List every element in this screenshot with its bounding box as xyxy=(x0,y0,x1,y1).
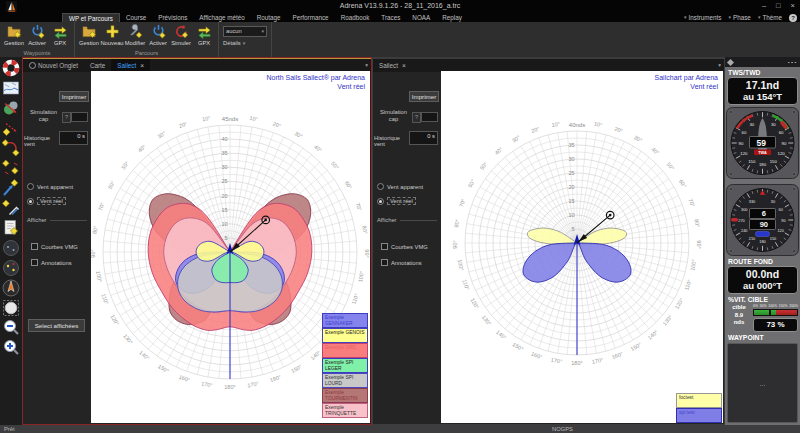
maximize-button[interactable]: □ xyxy=(776,1,781,10)
details-dropdown[interactable]: Détails ▾ xyxy=(223,40,267,46)
ribbon-group-label: Parcours xyxy=(78,50,215,57)
select-affichees-button[interactable]: Select affichées xyxy=(28,319,85,332)
close-icon[interactable]: × xyxy=(140,62,144,69)
svg-text:150°: 150° xyxy=(290,363,303,374)
menu-phase[interactable]: ▾Phase xyxy=(729,13,751,22)
menu-tab-affichage-m-t-o[interactable]: Affichage météo xyxy=(193,13,250,22)
legend-item-exemple-orc[interactable]: Exemple ORC xyxy=(322,343,368,358)
menu-tab-routage[interactable]: Routage xyxy=(251,13,287,22)
svg-text:160°: 160° xyxy=(178,374,191,384)
nouveau-button[interactable]: Nouveau xyxy=(101,23,123,46)
checkbox-courbes-vmg[interactable]: Courbes VMG xyxy=(381,243,428,250)
legend-item-exemple-spi-leger[interactable]: Exemple SPI LEGER xyxy=(322,358,368,373)
gpx-button[interactable]: GPX xyxy=(49,23,71,46)
legend-item-exemple-gennaker[interactable]: Exemple GENNAKER xyxy=(322,313,368,328)
menu-tab-performance[interactable]: Performance xyxy=(287,13,335,22)
menu-tab-wp-et-parcours[interactable]: WP et Parcours xyxy=(62,13,120,22)
historique-vent-input[interactable]: 0 s xyxy=(409,131,438,145)
sidebar-tool-lifebuoy-icon[interactable] xyxy=(2,59,20,77)
menu-tab-pr-visions[interactable]: Prévisions xyxy=(152,13,193,22)
menu-tab-noaa[interactable]: NOAA xyxy=(406,13,436,22)
radio-vent-reel[interactable]: Vent réel xyxy=(27,197,66,205)
legend-item-spi-test[interactable]: spi test xyxy=(676,408,722,423)
tws-twd-readout: 17.1nd au 154°T xyxy=(727,77,798,105)
instrument-settings-icon[interactable] xyxy=(727,58,734,65)
radio-vent-apparent[interactable]: Vent apparent xyxy=(27,183,73,190)
svg-text:35: 35 xyxy=(568,142,574,148)
modifier-button[interactable]: Modifier xyxy=(124,23,146,46)
help-button[interactable]: ? xyxy=(412,112,421,123)
gpx-button[interactable]: GPX xyxy=(193,23,215,46)
sidebar-tool-select-circle-icon[interactable] xyxy=(2,299,20,317)
sidebar-tool-wp-route-icon[interactable] xyxy=(2,119,20,137)
simuler-button[interactable]: Simuler xyxy=(170,23,192,46)
legend-item-exemple-tourmentin[interactable]: Exemple TOURMENTIN xyxy=(322,388,368,403)
close-icon[interactable]: × xyxy=(402,62,406,69)
menu-tab-replay[interactable]: Replay xyxy=(436,13,468,22)
svg-text:240: 240 xyxy=(741,228,748,233)
svg-text:130°: 130° xyxy=(122,333,134,346)
menu-th-me[interactable]: ▾Thème xyxy=(758,13,782,22)
legend-item-exemple-spi-lourd[interactable]: Exemple SPI LOURD xyxy=(322,373,368,388)
tab-overflow-icon[interactable]: ▾ xyxy=(365,62,368,68)
legend-item-exemple-genois[interactable]: Exemple GENOIS xyxy=(322,328,368,343)
ribbon-button-label: Gestion xyxy=(79,40,99,46)
chart-title-line: Sailchart par Adrena xyxy=(655,73,718,82)
simulation-cap-input[interactable] xyxy=(421,112,438,122)
imprimer-button[interactable]: Imprimer xyxy=(409,91,439,102)
transfer-icon xyxy=(53,24,68,39)
help-button[interactable]: ? xyxy=(789,14,797,22)
activer-button[interactable]: Activer xyxy=(26,23,48,46)
sidebar-tool-scan2-icon[interactable] xyxy=(2,259,20,277)
menu-tab-roadbook[interactable]: Roadbook xyxy=(335,13,376,22)
svg-text:50°: 50° xyxy=(330,160,340,170)
menu-tab-course[interactable]: Course xyxy=(120,13,152,22)
radio-vent-apparent[interactable]: Vent apparent xyxy=(377,183,423,190)
svg-text:150: 150 xyxy=(748,159,756,164)
ribbon-select[interactable]: aucun ▾ xyxy=(223,26,267,37)
menu-dots-icon[interactable] xyxy=(787,61,797,64)
sidebar-tool-wp-curve-icon[interactable] xyxy=(2,139,20,157)
close-button[interactable]: × xyxy=(791,1,795,10)
svg-text:90°: 90° xyxy=(364,249,370,257)
gestion-button[interactable]: Gestion xyxy=(3,23,25,46)
svg-text:100°: 100° xyxy=(689,259,697,271)
checkbox-annotations[interactable]: Annotations xyxy=(31,259,72,266)
sidebar-tool-wp-pair-icon[interactable] xyxy=(2,159,20,177)
tab-overflow-icon[interactable]: ▾ xyxy=(718,62,721,68)
sidebar-tool-zoom-in-icon[interactable] xyxy=(2,339,20,357)
sidebar-tool-routing-icon[interactable] xyxy=(2,99,20,117)
svg-text:170°: 170° xyxy=(247,380,259,388)
historique-vent-input[interactable]: 0 s xyxy=(59,131,88,145)
cible-scale-label: 0% xyxy=(753,304,758,308)
legend-item-exemple-trinquette[interactable]: Exemple TRINQUETTE xyxy=(322,403,368,418)
compass-pointer-icon xyxy=(2,279,20,297)
gestion-button[interactable]: Gestion xyxy=(78,23,100,46)
radio-vent-reel[interactable]: Vent réel xyxy=(377,197,416,205)
sidebar-tool-wp-edit-icon[interactable] xyxy=(2,199,20,217)
sidebar-tool-scan1-icon[interactable] xyxy=(2,239,20,257)
sidebar-tool-zoom-out-icon[interactable] xyxy=(2,319,20,337)
imprimer-button[interactable]: Imprimer xyxy=(59,91,89,102)
svg-text:20: 20 xyxy=(568,184,574,190)
checkbox-annotations[interactable]: Annotations xyxy=(381,259,422,266)
menu-tab-traces[interactable]: Traces xyxy=(375,13,406,22)
activer-button[interactable]: Activer xyxy=(147,23,169,46)
svg-text:140°: 140° xyxy=(309,349,322,361)
sidebar-tool-compass-pointer-icon[interactable] xyxy=(2,279,20,297)
checkbox-label: Annotations xyxy=(391,260,422,266)
transfer-icon xyxy=(197,24,212,39)
legend-item-foctest[interactable]: foctest xyxy=(676,393,722,408)
help-button[interactable]: ? xyxy=(62,112,71,123)
simulation-cap-input[interactable] xyxy=(71,112,88,122)
sidebar-tool-gpx-doc-icon[interactable] xyxy=(2,219,20,237)
menu-instruments[interactable]: ▾Instruments xyxy=(684,13,721,22)
chevron-down-icon: ▾ xyxy=(684,13,687,22)
checkbox-courbes-vmg[interactable]: Courbes VMG xyxy=(31,243,78,250)
sidebar-tool-map-icon[interactable] xyxy=(2,79,20,97)
ribbon-group-parcours: GestionNouveauModifierActiverSimulerGPXP… xyxy=(75,22,219,57)
minimize-button[interactable]: – xyxy=(762,1,766,10)
radio-label: Vent apparent xyxy=(37,184,73,190)
tool-sidebar xyxy=(0,57,22,425)
sidebar-tool-wp-goto-icon[interactable] xyxy=(2,179,20,197)
